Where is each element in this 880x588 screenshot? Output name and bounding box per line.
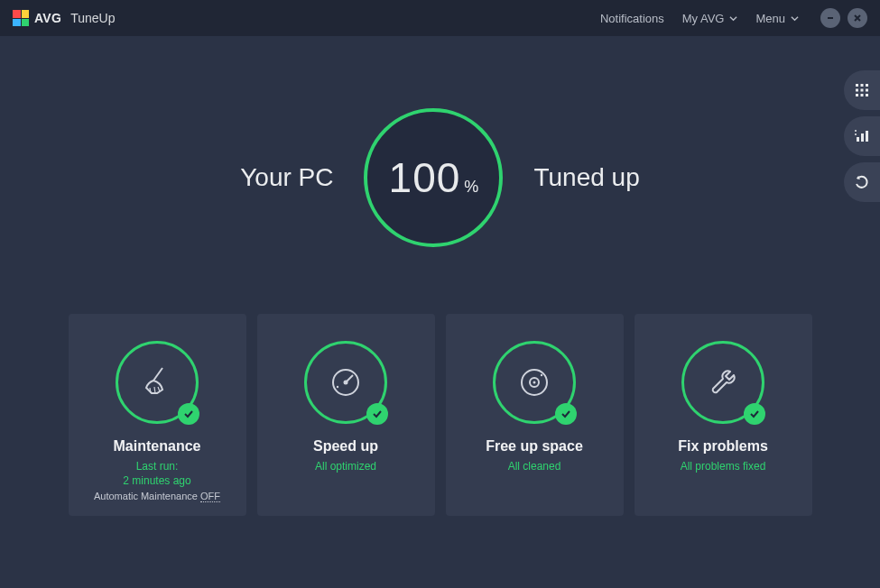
svg-rect-6 <box>866 89 868 92</box>
apps-rail-button[interactable] <box>844 70 880 110</box>
svg-point-14 <box>855 133 857 135</box>
hero-left-text: Your PC <box>240 163 333 192</box>
svg-rect-2 <box>861 84 864 87</box>
grid-icon <box>854 82 870 98</box>
tile-maintenance[interactable]: Maintenance Last run: 2 minutes ago Auto… <box>69 314 246 516</box>
auto-maintenance-label: Automatic Maintenance <box>94 491 198 501</box>
auto-maintenance-line: Automatic Maintenance OFF <box>94 491 220 501</box>
tile-status: All cleaned <box>508 460 561 473</box>
status-badge <box>178 403 199 425</box>
svg-rect-8 <box>861 94 864 96</box>
status-badge <box>744 403 765 425</box>
svg-rect-9 <box>866 94 868 96</box>
window-controls <box>820 8 867 28</box>
tile-substatus: 2 minutes ago <box>123 474 190 487</box>
tile-speed-up[interactable]: Speed up All optimized <box>257 314 435 516</box>
broom-icon <box>137 363 177 402</box>
close-icon <box>853 14 862 23</box>
minimize-button[interactable] <box>820 8 840 28</box>
status-badge <box>366 403 388 425</box>
chevron-down-icon <box>729 14 737 23</box>
tile-status: Last run: <box>136 460 179 473</box>
svg-point-22 <box>541 374 542 376</box>
svg-point-18 <box>337 386 338 388</box>
menu-label: Menu <box>755 12 785 25</box>
main-menu[interactable]: Menu <box>746 6 808 31</box>
bar-chart-icon <box>854 128 870 144</box>
score-value: 100 <box>389 153 461 202</box>
tile-fix-problems[interactable]: Fix problems All problems fixed <box>635 314 812 516</box>
my-avg-menu[interactable]: My AVG <box>673 6 747 31</box>
score-unit: % <box>464 178 478 197</box>
check-icon <box>749 409 760 419</box>
tile-free-up-space[interactable]: Free up space All cleaned <box>446 314 624 516</box>
right-rail <box>844 70 880 202</box>
svg-rect-7 <box>856 94 858 96</box>
speedometer-icon <box>326 363 366 402</box>
status-badge <box>555 403 577 425</box>
wrench-icon <box>703 363 743 402</box>
notifications-link[interactable]: Notifications <box>591 6 673 31</box>
tile-status: All optimized <box>315 460 376 473</box>
brand-name: AVG <box>34 11 61 25</box>
tile-status: All problems fixed <box>681 460 766 473</box>
app-logo: AVG TuneUp <box>13 10 116 26</box>
product-name: TuneUp <box>70 11 115 25</box>
svg-rect-12 <box>866 131 868 142</box>
svg-point-13 <box>855 130 857 132</box>
check-icon <box>183 409 194 419</box>
svg-rect-11 <box>861 133 864 142</box>
title-bar: AVG TuneUp Notifications My AVG Menu <box>0 0 880 36</box>
score-gauge: 100 % <box>364 108 503 247</box>
stats-rail-button[interactable] <box>844 116 880 156</box>
auto-maintenance-toggle[interactable]: OFF <box>200 491 220 502</box>
my-avg-label: My AVG <box>682 12 725 25</box>
chevron-down-icon <box>791 14 799 23</box>
tile-title: Maintenance <box>114 438 201 455</box>
tile-title: Free up space <box>486 438 583 455</box>
tile-title: Fix problems <box>678 438 768 455</box>
svg-line-17 <box>346 375 353 382</box>
undo-icon <box>854 174 870 190</box>
avg-logo-icon <box>13 10 29 26</box>
svg-rect-1 <box>856 84 858 87</box>
notifications-label: Notifications <box>600 12 664 25</box>
svg-point-21 <box>533 381 536 384</box>
hero-panel: Your PC 100 % Tuned up <box>0 108 880 247</box>
check-icon <box>372 409 383 419</box>
check-icon <box>560 409 571 419</box>
minimize-icon <box>826 14 835 23</box>
svg-rect-4 <box>856 89 858 92</box>
hero-right-text: Tuned up <box>533 163 639 192</box>
tile-title: Speed up <box>313 438 378 455</box>
disk-icon <box>514 363 554 402</box>
svg-rect-5 <box>861 89 864 92</box>
svg-rect-10 <box>857 137 859 142</box>
undo-rail-button[interactable] <box>844 162 880 202</box>
tile-row: Maintenance Last run: 2 minutes ago Auto… <box>0 314 880 516</box>
close-button[interactable] <box>848 8 867 28</box>
svg-rect-3 <box>866 84 868 87</box>
